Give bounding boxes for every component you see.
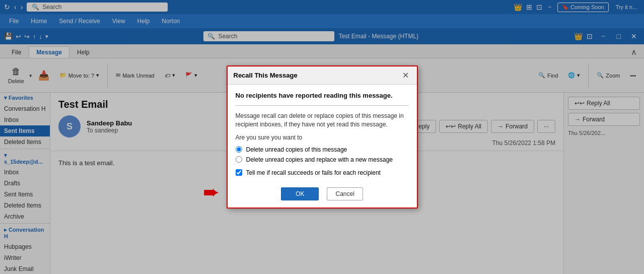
modal-close-button[interactable]: ✕ [400,71,411,80]
modal-separator [236,105,409,106]
modal-status-text: No recipients have reported reading this… [236,92,409,99]
tell-me-checkbox-item[interactable]: Tell me if recall succeeds or fails for … [236,169,409,176]
delete-copies-option[interactable]: Delete unread copies of this message [236,146,409,153]
recall-message-dialog: Recall This Message ✕ No recipients have… [227,65,418,209]
cancel-button[interactable]: Cancel [327,187,363,200]
modal-question: Are you sure you want to [236,134,409,141]
modal-description: Message recall can delete or replace cop… [236,112,409,129]
modal-footer: ➨ OK Cancel [236,183,409,200]
modal-body: No recipients have reported reading this… [228,85,417,208]
tell-me-checkbox[interactable] [236,169,242,176]
modal-title-bar: Recall This Message ✕ [228,66,417,85]
cancel-label: Cancel [335,190,354,197]
ok-button[interactable]: OK [281,187,319,200]
replace-copies-label: Delete unread copies and replace with a … [246,156,393,163]
tell-me-label: Tell me if recall succeeds or fails for … [246,169,381,176]
modal-overlay: Recall This Message ✕ No recipients have… [0,0,644,274]
recall-options: Delete unread copies of this message Del… [236,146,409,163]
modal-title: Recall This Message [234,72,298,79]
replace-copies-radio[interactable] [236,156,242,163]
delete-copies-radio[interactable] [236,146,242,153]
arrow-annotation: ➨ [203,180,220,203]
delete-copies-label: Delete unread copies of this message [246,146,347,153]
ok-label: OK [296,190,304,197]
replace-copies-option[interactable]: Delete unread copies and replace with a … [236,156,409,163]
